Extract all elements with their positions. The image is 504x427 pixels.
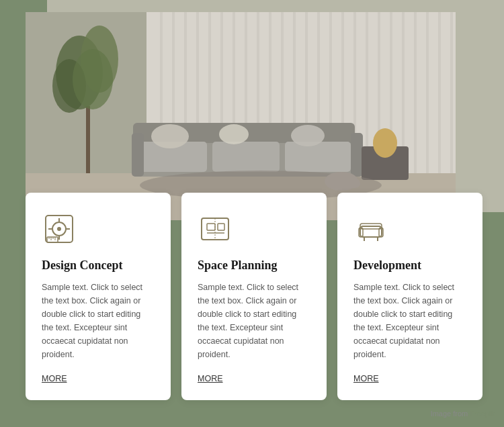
card-space-planning-text: Sample text. Click to select the text bo… xyxy=(198,281,310,361)
card-development-text: Sample text. Click to select the text bo… xyxy=(353,281,466,361)
svg-rect-36 xyxy=(212,142,280,172)
svg-rect-37 xyxy=(285,142,351,172)
card-development-title: Development xyxy=(353,258,466,273)
card-development: Development Sample text. Click to select… xyxy=(337,193,482,400)
design-concept-icon xyxy=(42,211,77,246)
svg-rect-27 xyxy=(450,12,453,173)
svg-point-44 xyxy=(373,128,397,158)
svg-rect-25 xyxy=(426,12,429,173)
svg-point-50 xyxy=(57,227,61,231)
svg-rect-65 xyxy=(360,226,382,237)
card-design-concept-title: Design Concept xyxy=(42,258,155,273)
page-wrapper: Design Concept Sample text. Click to sel… xyxy=(0,0,504,427)
card-design-concept: Design Concept Sample text. Click to sel… xyxy=(26,193,171,400)
cards-section: Design Concept Sample text. Click to sel… xyxy=(26,193,482,400)
development-icon xyxy=(353,211,388,246)
card-space-planning-title: Space Planning xyxy=(198,258,310,273)
svg-rect-39 xyxy=(351,133,363,177)
svg-rect-38 xyxy=(132,133,144,177)
svg-rect-55 xyxy=(47,237,58,242)
card-design-concept-more[interactable]: MORE xyxy=(42,374,67,383)
svg-rect-26 xyxy=(438,12,441,173)
svg-point-32 xyxy=(73,49,113,109)
attribution: Image from Freepik xyxy=(431,410,495,418)
attribution-link[interactable]: Freepik xyxy=(470,410,495,418)
svg-point-42 xyxy=(291,125,325,146)
svg-rect-62 xyxy=(218,224,224,230)
svg-rect-24 xyxy=(414,12,417,173)
svg-rect-61 xyxy=(207,224,215,230)
attribution-text: Image from xyxy=(431,410,470,418)
card-development-more[interactable]: MORE xyxy=(353,374,379,383)
svg-rect-47 xyxy=(327,179,360,188)
svg-rect-28 xyxy=(86,106,90,173)
card-space-planning: Space Planning Sample text. Click to sel… xyxy=(181,193,327,400)
room-image xyxy=(26,12,456,220)
space-planning-icon xyxy=(198,211,233,246)
card-space-planning-more[interactable]: MORE xyxy=(198,374,223,383)
svg-point-40 xyxy=(151,124,189,148)
svg-point-41 xyxy=(219,124,249,144)
card-design-concept-text: Sample text. Click to select the text bo… xyxy=(42,281,155,361)
